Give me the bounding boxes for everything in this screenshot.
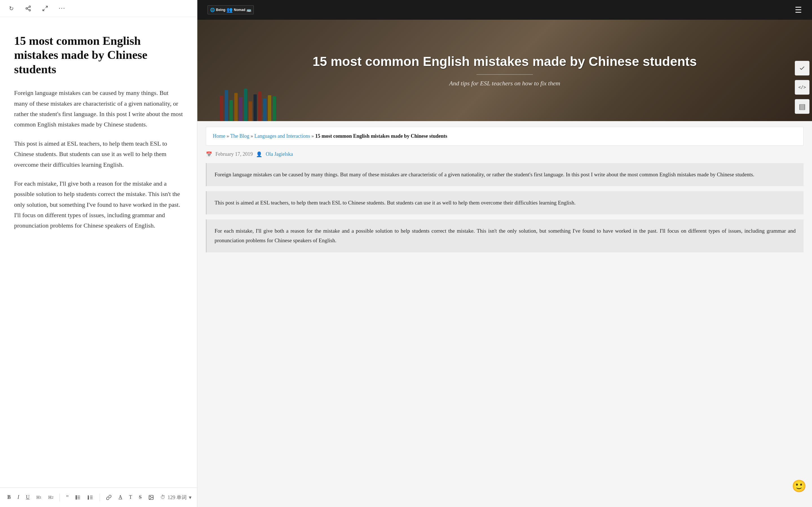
svg-point-0 — [29, 6, 31, 7]
right-sidebar: </> ▤ — [792, 56, 812, 118]
hero-content: 15 most common English mistakes made by … — [313, 54, 697, 87]
svg-point-1 — [26, 8, 28, 9]
list-ol-button[interactable]: 1 2 3 — [86, 494, 95, 501]
svg-line-4 — [28, 7, 29, 8]
hero-title: 15 most common English mistakes made by … — [313, 54, 697, 69]
check-button[interactable] — [795, 61, 809, 75]
floating-emoji[interactable]: 🙂 — [792, 479, 806, 493]
share-icon[interactable] — [24, 4, 33, 13]
text-button[interactable]: T — [127, 493, 134, 501]
word-count-text: 129 单词 — [168, 494, 187, 501]
article-paragraph-3: For each mistake, I'll give both a reaso… — [206, 219, 804, 252]
link-button[interactable] — [104, 494, 113, 501]
breadcrumb-current: 15 most common English mistakes made by … — [315, 133, 447, 139]
svg-point-11 — [76, 497, 77, 498]
strikethrough-button[interactable]: S — [137, 493, 143, 501]
article-author[interactable]: Ola Jagielska — [266, 151, 293, 157]
breadcrumb-sep-2: » — [251, 133, 255, 139]
bottom-toolbar: B I U H1 H2 " 1 2 3 A — [0, 487, 197, 507]
left-toolbar: ↻ ··· — [0, 0, 197, 17]
hero-section: 15 most common English mistakes made by … — [197, 20, 812, 121]
stack-button[interactable]: ▤ — [795, 99, 809, 114]
site-header: 🌐 Being 👥 Nomad 🚌 ☰ — [197, 0, 812, 20]
svg-line-5 — [46, 6, 47, 8]
article-meta: 📅 February 17, 2019 👤 Ola Jagielska — [206, 151, 804, 158]
list-ul-button[interactable] — [73, 494, 83, 501]
svg-point-12 — [76, 498, 77, 499]
site-logo: 🌐 Being 👥 Nomad 🚌 — [207, 5, 254, 14]
right-panel: 🌐 Being 👥 Nomad 🚌 ☰ — [197, 0, 812, 507]
paragraph-3: For each mistake, I'll give both a reaso… — [14, 178, 183, 231]
svg-text:3: 3 — [88, 498, 89, 499]
calendar-icon: 📅 — [206, 151, 212, 158]
heading2-button[interactable]: H2 — [47, 494, 55, 501]
heading1-button[interactable]: H1 — [35, 494, 43, 501]
breadcrumb-home[interactable]: Home — [213, 133, 225, 139]
logo-box: 🌐 Being 👥 Nomad 🚌 — [207, 5, 254, 14]
italic-button[interactable]: I — [16, 493, 21, 501]
breadcrumb: Home » The Blog » Languages and Interact… — [206, 127, 804, 146]
underline-text-button[interactable]: A — [117, 493, 124, 501]
left-panel: ↻ ··· 15 most common English mistakes ma… — [0, 0, 197, 507]
article-date: February 17, 2019 — [215, 151, 253, 157]
more-icon[interactable]: ··· — [57, 4, 66, 13]
refresh-icon[interactable]: ↻ — [7, 4, 16, 13]
svg-line-6 — [43, 9, 45, 10]
article-paragraph-2: This post is aimed at ESL teachers, to h… — [206, 191, 804, 214]
breadcrumb-blog[interactable]: The Blog — [231, 133, 250, 139]
breadcrumb-sep-1: » — [227, 133, 231, 139]
underline-button[interactable]: U — [24, 493, 31, 501]
breadcrumb-sep-3: » — [312, 133, 315, 139]
image-button[interactable] — [147, 494, 156, 501]
hero-divider — [476, 74, 533, 75]
clock-icon: ⏱ — [160, 494, 165, 500]
hamburger-button[interactable]: ☰ — [795, 5, 802, 15]
article-paragraph-1: Foreign language mistakes can be caused … — [206, 163, 804, 186]
breadcrumb-category[interactable]: Languages and Interactions — [254, 133, 310, 139]
toolbar-divider — [59, 494, 60, 501]
paragraph-2: This post is aimed at ESL teachers, to h… — [14, 138, 183, 170]
chevron-icon[interactable]: ▾ — [189, 494, 192, 501]
article-body: Foreign language mistakes can be caused … — [14, 88, 183, 231]
article-title: 15 most common English mistakes made by … — [14, 34, 183, 76]
bold-button[interactable]: B — [6, 493, 12, 501]
svg-line-3 — [28, 9, 29, 10]
svg-point-2 — [29, 9, 31, 11]
article-area: 📅 February 17, 2019 👤 Ola Jagielska Fore… — [206, 151, 804, 258]
quote-button[interactable]: " — [64, 493, 70, 502]
svg-point-10 — [76, 496, 77, 496]
svg-point-20 — [150, 496, 151, 497]
hero-subtitle: And tips for ESL teachers on how to fix … — [313, 80, 697, 87]
paragraph-1: Foreign language mistakes can be caused … — [14, 88, 183, 130]
left-content: 15 most common English mistakes made by … — [0, 17, 197, 507]
expand-icon[interactable] — [41, 4, 50, 13]
word-count: ⏱ 129 单词 ▾ — [160, 494, 192, 501]
author-icon: 👤 — [256, 151, 262, 158]
code-button[interactable]: </> — [795, 80, 809, 95]
